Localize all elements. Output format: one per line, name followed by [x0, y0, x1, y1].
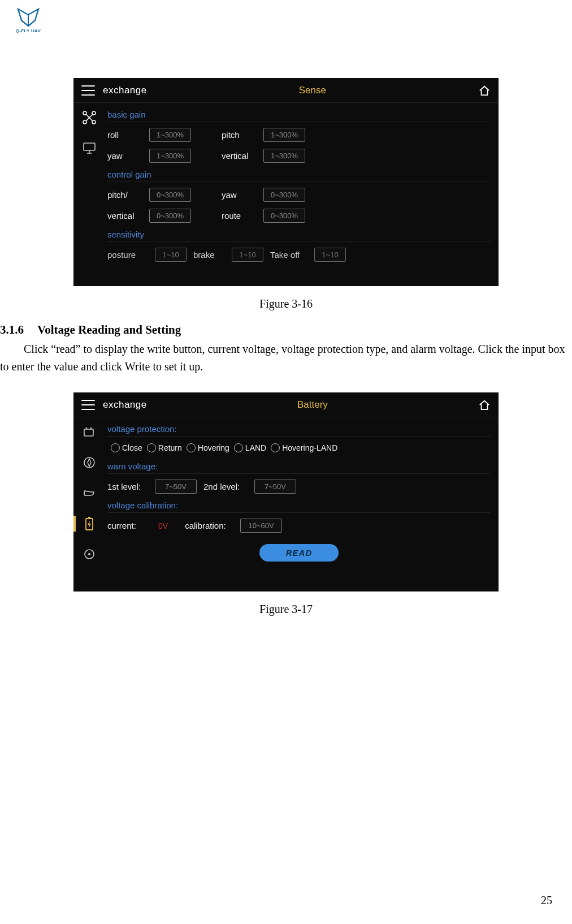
calibration-input[interactable]: 10~60V — [240, 519, 282, 533]
app-header-2: exchange Battery — [73, 392, 499, 417]
radio-close[interactable] — [111, 443, 120, 452]
cg-yaw-label: yaw — [222, 190, 257, 200]
first-level-label: 1st level: — [107, 482, 148, 491]
section-heading: 3.1.6Voltage Reading and Setting — [0, 323, 572, 337]
cg-vertical-input[interactable]: 0~300% — [149, 209, 191, 223]
pitch-label: pitch — [222, 130, 257, 140]
svg-rect-4 — [84, 143, 95, 150]
opt-return: Return — [158, 443, 182, 452]
takeoff-input[interactable]: 1~10 — [314, 248, 346, 262]
second-level-input[interactable]: 7~50V — [254, 480, 296, 494]
posture-input[interactable]: 1~10 — [155, 248, 187, 262]
sidebar — [73, 103, 105, 271]
opt-land: LAND — [245, 443, 266, 452]
menu-icon[interactable] — [81, 85, 95, 96]
voltage-protection-options: Close Return Hovering LAND Hovering-LAND — [107, 439, 491, 458]
warn-voltage-label: warn voltage: — [107, 458, 491, 474]
voltage-protection-label: voltage protection: — [107, 421, 491, 437]
basic-gain-label: basic gain — [107, 106, 491, 122]
cg-pitch-input[interactable]: 0~300% — [149, 188, 191, 202]
screen-title: Sense — [147, 85, 478, 96]
svg-rect-10 — [88, 517, 90, 519]
vertical-input[interactable]: 1~300% — [263, 149, 305, 163]
wrench-icon[interactable] — [81, 485, 97, 501]
brand-logo: Q-FLY UAV — [12, 7, 44, 38]
radio-return[interactable] — [147, 443, 156, 452]
calibration-label: calibration: — [185, 521, 233, 530]
radio-hovering[interactable] — [187, 443, 196, 452]
voltage-calibration-label: voltage calibration: — [107, 497, 491, 513]
yaw-input[interactable]: 1~300% — [149, 149, 191, 163]
brake-input[interactable]: 1~10 — [232, 248, 263, 262]
sidebar-2 — [73, 417, 105, 591]
drone-icon[interactable] — [81, 110, 97, 126]
svg-point-7 — [90, 428, 92, 429]
figure-3-16-screenshot: exchange Sense basic gain roll 1~300% — [73, 78, 499, 286]
pitch-input[interactable]: 1~300% — [263, 128, 305, 142]
control-gain-label: control gain — [107, 166, 491, 182]
read-button[interactable]: READ — [259, 544, 339, 562]
menu-icon[interactable] — [81, 400, 95, 410]
cg-route-label: route — [222, 211, 257, 221]
roll-label: roll — [107, 130, 142, 140]
app-header: exchange Sense — [73, 78, 499, 103]
svg-point-6 — [86, 428, 88, 429]
monitor-icon[interactable] — [81, 140, 97, 156]
current-value: 0V — [158, 521, 168, 530]
battery-icon[interactable] — [81, 424, 97, 440]
svg-rect-5 — [84, 429, 93, 436]
back-label[interactable]: exchange — [103, 85, 147, 96]
section-number: 3.1.6 — [0, 323, 37, 337]
cg-route-input[interactable]: 0~300% — [263, 209, 305, 223]
brand-name: Q-FLY UAV — [16, 28, 41, 33]
cg-vertical-label: vertical — [107, 211, 142, 221]
figure-3-17-caption: Figure 3-17 — [0, 603, 572, 616]
section-title: Voltage Reading and Setting — [37, 323, 181, 336]
target-icon[interactable] — [81, 546, 97, 562]
figure-3-16-caption: Figure 3-16 — [0, 297, 572, 310]
opt-hovering-land: Hovering-LAND — [282, 443, 337, 452]
sensitivity-label: sensitivity — [107, 226, 491, 242]
first-level-input[interactable]: 7~50V — [155, 480, 197, 494]
takeoff-label: Take off — [270, 250, 307, 260]
svg-point-12 — [88, 553, 90, 555]
posture-label: posture — [107, 250, 148, 260]
opt-hovering: Hovering — [198, 443, 229, 452]
screen-title-2: Battery — [147, 399, 478, 411]
radio-hovering-land[interactable] — [271, 443, 280, 452]
current-label: current: — [107, 521, 148, 530]
home-icon[interactable] — [478, 399, 491, 411]
home-icon[interactable] — [478, 85, 491, 96]
cg-pitch-label: pitch/ — [107, 190, 142, 200]
figure-3-17-screenshot: exchange Battery — [73, 392, 499, 591]
second-level-label: 2nd level: — [203, 482, 248, 491]
logo-icon — [16, 7, 41, 28]
yaw-label: yaw — [107, 151, 142, 161]
section-paragraph: Click “read” to display the write button… — [0, 340, 572, 375]
back-label-2[interactable]: exchange — [103, 399, 147, 411]
battery-charge-icon[interactable] — [81, 516, 97, 532]
roll-input[interactable]: 1~300% — [149, 128, 191, 142]
cg-yaw-input[interactable]: 0~300% — [263, 188, 305, 202]
brake-label: brake — [193, 250, 225, 260]
compass-icon[interactable] — [81, 455, 97, 470]
vertical-label: vertical — [222, 151, 257, 161]
opt-close: Close — [122, 443, 142, 452]
page-number: 25 — [541, 894, 552, 907]
radio-land[interactable] — [234, 443, 243, 452]
